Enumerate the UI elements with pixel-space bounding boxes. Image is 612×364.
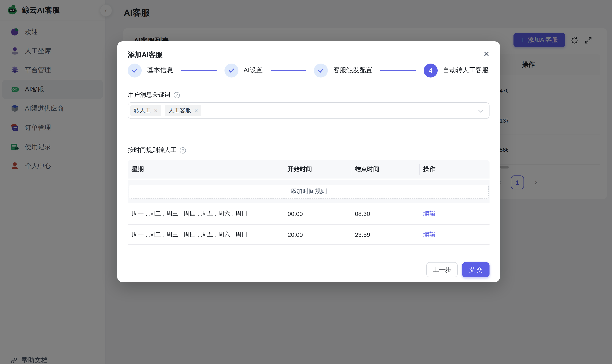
time-rules-label-text: 按时间规则转人工 <box>128 146 177 154</box>
submit-button[interactable]: 提 交 <box>462 262 490 277</box>
help-icon[interactable]: ? <box>180 147 186 154</box>
step-check-icon <box>224 63 238 77</box>
step-label: 自动转人工客服 <box>443 66 489 75</box>
help-icon[interactable]: ? <box>174 92 180 98</box>
add-agent-modal: 添加AI客服 ✕ 基本信息 AI设置 客服触发配置 <box>117 41 500 282</box>
add-time-rule-button[interactable]: 添加时间规则 <box>129 185 489 198</box>
modal-footer: 上一步 提 交 <box>426 262 490 277</box>
svg-text:?: ? <box>176 93 178 97</box>
step-check-icon <box>314 63 328 77</box>
close-icon[interactable]: ✕ <box>482 49 491 59</box>
step-check-icon <box>128 63 142 77</box>
keyword-tag: 人工客服 ✕ <box>165 105 201 116</box>
keyword-tag: 转人工 ✕ <box>130 105 161 116</box>
tag-remove-icon[interactable]: ✕ <box>194 108 198 113</box>
add-rule-band: 添加时间规则 <box>128 180 490 203</box>
rule-start-time: 20:00 <box>284 231 351 238</box>
keyword-tag-label: 转人工 <box>134 107 151 115</box>
rule-days: 周一 , 周二 , 周三 , 周四 , 周五 , 周六 , 周日 <box>128 231 284 238</box>
keyword-tag-label: 人工客服 <box>168 107 191 115</box>
svg-text:?: ? <box>182 148 184 152</box>
rule-end-time: 23:59 <box>351 231 419 238</box>
keywords-label-text: 用户消息关键词 <box>128 91 170 99</box>
time-rules-label: 按时间规则转人工 ? <box>128 146 186 154</box>
rule-end-time: 08:30 <box>351 210 419 217</box>
modal-stepper: 基本信息 AI设置 客服触发配置 4 自动转人工客服 <box>128 63 489 78</box>
step-auto-transfer[interactable]: 4 自动转人工客服 <box>424 63 489 77</box>
time-rule-row: 周一 , 周二 , 周三 , 周四 , 周五 , 周六 , 周日 20:00 2… <box>128 225 490 245</box>
edit-rule-link[interactable]: 编辑 <box>419 210 490 218</box>
step-ai-settings[interactable]: AI设置 <box>224 63 263 77</box>
modal-title: 添加AI客服 <box>128 51 163 60</box>
col-header-action: 操作 <box>419 166 490 173</box>
step-connector <box>181 70 217 71</box>
keywords-field-label: 用户消息关键词 ? <box>128 91 180 99</box>
previous-step-button[interactable]: 上一步 <box>426 262 458 277</box>
step-connector <box>271 70 306 71</box>
time-rules-table: 星期 开始时间 结束时间 操作 添加时间规则 周一 , 周二 , 周三 , 周四… <box>128 160 490 245</box>
tag-remove-icon[interactable]: ✕ <box>154 108 158 113</box>
step-trigger-config[interactable]: 客服触发配置 <box>314 63 372 77</box>
col-header-end: 结束时间 <box>351 166 419 173</box>
time-rule-row: 周一 , 周二 , 周三 , 周四 , 周五 , 周六 , 周日 00:00 0… <box>128 203 490 225</box>
app-root: 鲸云AI客服 欢迎 人工坐席 <box>0 0 612 364</box>
select-chevron-down-icon[interactable] <box>478 110 483 113</box>
rule-days: 周一 , 周二 , 周三 , 周四 , 周五 , 周六 , 周日 <box>128 210 284 218</box>
col-header-days: 星期 <box>128 166 284 173</box>
time-rules-table-header: 星期 开始时间 结束时间 操作 <box>128 160 490 179</box>
step-basic-info[interactable]: 基本信息 <box>128 63 173 77</box>
col-header-start: 开始时间 <box>284 166 351 173</box>
step-label: 客服触发配置 <box>333 66 372 75</box>
step-label: AI设置 <box>244 66 263 75</box>
rule-start-time: 00:00 <box>284 210 351 217</box>
step-label: 基本信息 <box>147 66 173 75</box>
step-connector <box>380 70 416 71</box>
keywords-select-input[interactable]: 转人工 ✕ 人工客服 ✕ <box>128 102 490 119</box>
edit-rule-link[interactable]: 编辑 <box>419 231 490 238</box>
step-number-badge: 4 <box>424 63 438 77</box>
